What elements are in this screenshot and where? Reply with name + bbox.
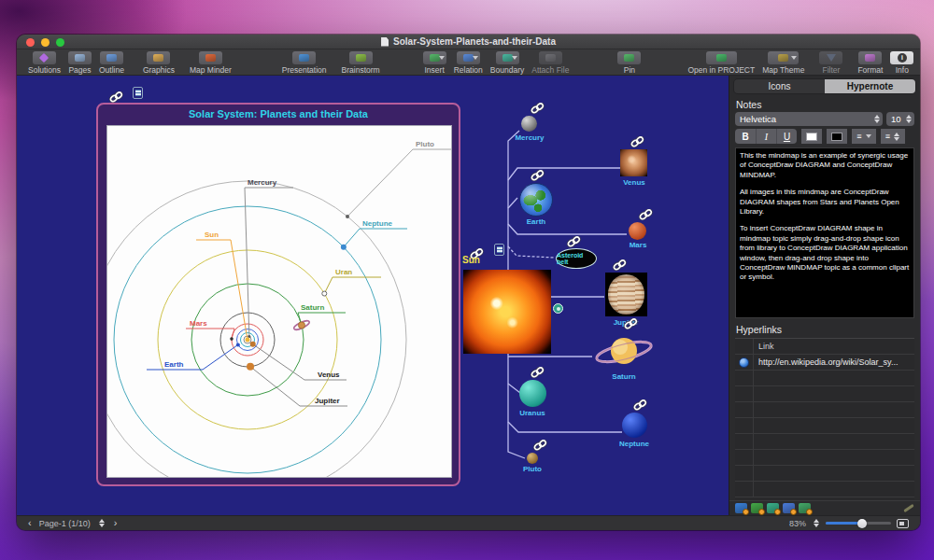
diagram-note-icon[interactable] [133, 87, 143, 99]
open-in-project-icon [706, 51, 737, 64]
add-hyperlink-icon[interactable] [735, 503, 747, 513]
add-topic-link-icon[interactable] [799, 503, 811, 513]
map-minder-button[interactable]: Map Minder [186, 51, 235, 75]
font-family-value: Helvetica [740, 114, 776, 124]
previous-page-button[interactable]: ‹ [28, 518, 32, 528]
toolbar-button-label: Open in PROJECT [687, 65, 755, 75]
sun-note-icon[interactable] [494, 244, 504, 256]
minimize-window-button[interactable] [41, 38, 50, 47]
branch-line [508, 246, 555, 258]
solar-system-diagram-topic[interactable]: Solar System: Planets and their Data Plu… [96, 103, 460, 486]
open-in-project-button[interactable]: Open in PROJECT [684, 51, 758, 75]
list-style-button[interactable]: ≡ [852, 129, 876, 144]
filter-button[interactable]: Filter [815, 51, 846, 75]
saturn-planet-image [593, 357, 655, 373]
mindmap-canvas[interactable]: Solar System: Planets and their Data Plu… [17, 76, 729, 515]
zoom-slider-thumb[interactable] [857, 519, 867, 528]
solutions-button[interactable]: Solutions [24, 51, 64, 75]
add-page-link-icon[interactable] [751, 503, 763, 513]
topic-neptune[interactable] [622, 413, 647, 438]
neptune-hyperlink-icon[interactable] [632, 398, 647, 414]
tab-icons[interactable]: Icons [734, 79, 825, 93]
pin-button[interactable]: Pin [614, 51, 644, 75]
earth-hyperlink-icon[interactable] [530, 168, 545, 185]
topic-mars[interactable] [629, 222, 646, 240]
pluto-hyperlink-icon[interactable] [532, 438, 547, 455]
attach-file-button[interactable]: Attach File [528, 51, 573, 75]
mercury-hyperlink-icon[interactable] [530, 101, 545, 118]
font-size-select[interactable]: 10 [886, 112, 914, 126]
presentation-button[interactable]: Presentation [278, 51, 331, 75]
topic-venus[interactable] [620, 149, 647, 176]
underline-button[interactable]: U [776, 129, 797, 144]
solutions-icon [33, 51, 56, 64]
orbit-label-earth: Earth [164, 360, 184, 369]
font-family-select[interactable]: Helvetica [735, 112, 883, 126]
add-comment-icon[interactable] [783, 503, 795, 513]
topic-earth[interactable] [519, 183, 553, 217]
topic-uranus[interactable] [519, 380, 546, 407]
mars-hyperlink-icon[interactable] [638, 207, 653, 224]
format-button[interactable]: Format [854, 51, 886, 75]
toolbar-group: Map Minder [186, 51, 235, 75]
add-task-link-icon[interactable] [767, 503, 779, 513]
topic-sun[interactable] [463, 270, 551, 354]
jupiter-hyperlink-icon[interactable] [612, 258, 627, 274]
background-color-button[interactable] [827, 129, 847, 144]
branch-line [508, 422, 622, 432]
empty-hyperlink-row [735, 434, 914, 450]
map-theme-icon-glyph [778, 54, 788, 62]
saturn-hyperlink-icon[interactable] [623, 316, 638, 333]
asteroid-belt-topic-shape: Asteroid belt [556, 248, 597, 269]
fit-page-button[interactable] [897, 519, 909, 528]
empty-hyperlink-row [735, 418, 914, 434]
text-color-button[interactable] [801, 129, 822, 144]
outline-button[interactable]: Outline [95, 51, 128, 75]
hyperlink-row[interactable]: http://en.wikipedia.org/wiki/Solar_sy... [735, 355, 914, 371]
link-column-header: Link [754, 342, 914, 351]
tab-hypernote[interactable]: Hypernote [825, 79, 915, 93]
relation-icon [457, 51, 480, 64]
sun-planet-image [463, 270, 551, 354]
topic-button[interactable]: Topic [917, 51, 920, 75]
uranus-label: Uranus [519, 409, 545, 417]
map-minder-icon [199, 51, 222, 64]
jupiter-planet-image [605, 273, 647, 316]
notes-text-area[interactable]: This the mindmap is an example of synerg… [735, 147, 914, 318]
toolbar-button-label: Outline [99, 65, 124, 75]
venus-hyperlink-icon[interactable] [630, 134, 644, 151]
insert-button[interactable]: Insert [419, 51, 450, 75]
toolbar-group: Filter [815, 51, 846, 75]
next-page-button[interactable]: › [114, 518, 118, 528]
graphics-button[interactable]: Graphics [139, 51, 178, 75]
edit-pencil-icon[interactable] [903, 504, 914, 512]
branch-line [508, 131, 519, 270]
collapse-badge[interactable] [553, 303, 563, 314]
page-stepper[interactable] [98, 517, 106, 529]
asteroid-belt-hyperlink-icon[interactable] [566, 234, 581, 251]
map-theme-icon [768, 51, 799, 64]
chevron-down-icon [512, 56, 517, 60]
boundary-button[interactable]: Boundary [487, 51, 528, 75]
font-size-stepper[interactable] [904, 113, 913, 125]
topic-jupiter[interactable] [605, 273, 647, 316]
pages-button[interactable]: Pages [64, 51, 95, 75]
zoom-window-button[interactable] [56, 38, 64, 47]
close-window-button[interactable] [26, 38, 35, 47]
relation-button[interactable]: Relation [450, 51, 487, 75]
font-family-stepper[interactable] [872, 113, 881, 125]
alignment-button[interactable]: ≡ [881, 129, 905, 144]
uranus-hyperlink-icon[interactable] [530, 365, 545, 382]
zoom-stepper[interactable] [812, 517, 820, 529]
zoom-slider[interactable] [826, 522, 891, 525]
topic-asteroid-belt[interactable]: Asteroid belt [556, 248, 597, 269]
brainstorm-button[interactable]: Brainstorm [338, 51, 384, 75]
topic-mercury[interactable] [521, 116, 537, 132]
info-button[interactable]: iInfo [886, 51, 917, 75]
right-panel: IconsHypernote Notes Helvetica 10 BIU ≡ [729, 76, 920, 515]
topic-saturn[interactable] [593, 333, 655, 374]
toolbar-button-label: Pin [624, 65, 635, 75]
italic-button[interactable]: I [756, 129, 776, 144]
map-theme-button[interactable]: Map Theme [758, 51, 808, 75]
bold-button[interactable]: B [735, 129, 756, 144]
